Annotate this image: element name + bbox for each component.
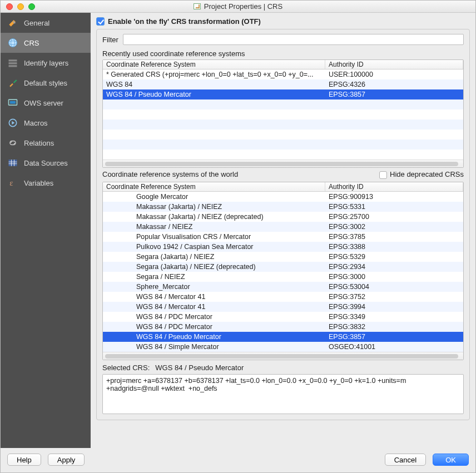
sidebar-item-identify-layers[interactable]: Identify layers [1, 53, 91, 73]
table-row-empty [103, 109, 463, 120]
sidebar-item-label: Data Sources [24, 159, 68, 167]
otf-label: Enable 'on the fly' CRS transformation (… [108, 17, 261, 26]
app-icon [194, 3, 201, 9]
table-row[interactable]: WGS 84 / Pseudo MercatorEPSG:3857 [103, 89, 463, 99]
svg-rect-5 [9, 65, 17, 67]
table-row[interactable]: Makassar / NEIEZEPSG:3002 [103, 222, 463, 232]
sidebar-item-data-sources[interactable]: Data Sources [1, 153, 91, 173]
table-row[interactable]: Segara (Jakarta) / NEIEZ (deprecated)EPS… [103, 262, 463, 272]
table-row[interactable]: Popular Visualisation CRS / MercatorEPSG… [103, 232, 463, 242]
sidebar-item-label: OWS server [24, 99, 63, 107]
svg-rect-7 [10, 101, 16, 104]
h-scrollbar[interactable] [103, 352, 463, 360]
dialog-footer: Help Apply Cancel OK [1, 448, 475, 472]
globe-icon [7, 37, 18, 48]
close-window-icon[interactable] [6, 3, 13, 10]
table-icon [7, 157, 18, 168]
sidebar-item-macros[interactable]: Macros [1, 113, 91, 133]
sidebar-item-general[interactable]: General [1, 13, 91, 33]
svg-rect-3 [9, 59, 17, 61]
hide-deprecated-checkbox[interactable] [379, 171, 387, 179]
table-row[interactable]: Makassar (Jakarta) / NEIEZ (deprecated)E… [103, 212, 463, 222]
table-row[interactable]: Makassar (Jakarta) / NEIEZEPSG:5331 [103, 202, 463, 212]
svg-rect-9 [9, 160, 17, 166]
sidebar-item-label: Macros [24, 119, 48, 127]
table-row[interactable]: Segara / NEIEZEPSG:3000 [103, 272, 463, 282]
hide-deprecated-label[interactable]: Hide deprecated CRSs [379, 170, 464, 179]
zoom-window-icon[interactable] [28, 3, 35, 10]
project-properties-window: Project Properties | CRS General CRS [0, 0, 476, 473]
sidebar-item-crs[interactable]: CRS [1, 33, 91, 53]
table-row-empty [103, 130, 463, 140]
proj-string-box: +proj=merc +a=6378137 +b=6378137 +lat_ts… [102, 374, 464, 414]
sidebar-item-ows-server[interactable]: OWS server [1, 93, 91, 113]
table-row[interactable]: Sphere_MercatorEPSG:53004 [103, 282, 463, 292]
epsilon-icon: ε [7, 177, 18, 188]
table-row-empty [103, 140, 463, 150]
table-row[interactable]: Pulkovo 1942 / Caspian Sea MercatorEPSG:… [103, 242, 463, 252]
table-row[interactable]: WGS 84 / PDC MercatorEPSG:3349 [103, 312, 463, 322]
table-row[interactable]: WGS 84 / Simple MercatorOSGEO:41001 [103, 342, 463, 352]
world-header: Coordinate reference systems of the worl… [102, 170, 238, 178]
table-row-empty [103, 150, 463, 160]
sidebar-item-default-styles[interactable]: Default styles [1, 73, 91, 93]
recent-crs-table: Coordinate Reference System Authority ID… [102, 59, 464, 168]
filter-label: Filter [102, 36, 118, 44]
selected-crs-value: WGS 84 / Pseudo Mercator [155, 364, 244, 372]
crs-panel: Enable 'on the fly' CRS transformation (… [91, 13, 475, 448]
sidebar-item-variables[interactable]: ε Variables [1, 173, 91, 193]
world-crs-rows[interactable]: Google MercatorEPSG:900913Makassar (Jaka… [103, 192, 463, 352]
world-crs-table: Coordinate Reference System Authority ID… [102, 182, 464, 360]
sidebar-item-label: General [24, 19, 49, 27]
selected-crs-label: Selected CRS: [102, 364, 150, 372]
wrench-icon [7, 17, 18, 28]
col-auth[interactable]: Authority ID [325, 60, 463, 69]
ok-button[interactable]: OK [433, 454, 469, 466]
gear-play-icon [7, 117, 18, 128]
sidebar: General CRS Identify layers Default styl… [1, 13, 91, 448]
link-icon [7, 137, 18, 148]
minimize-window-icon[interactable] [17, 3, 24, 10]
table-row[interactable]: WGS 84 / Mercator 41EPSG:3994 [103, 302, 463, 312]
table-row[interactable]: WGS 84EPSG:4326 [103, 79, 463, 89]
svg-point-0 [9, 39, 17, 47]
table-row[interactable]: * Generated CRS (+proj=merc +lon_0=0 +la… [103, 69, 463, 79]
sidebar-item-label: Identify layers [24, 59, 68, 67]
sidebar-item-label: Relations [24, 139, 54, 147]
help-button[interactable]: Help [7, 454, 41, 466]
apply-button[interactable]: Apply [48, 454, 85, 466]
table-row[interactable]: WGS 84 / Mercator 41EPSG:3752 [103, 292, 463, 302]
sidebar-item-label: Default styles [24, 79, 67, 87]
h-scrollbar[interactable] [103, 160, 463, 167]
col-name[interactable]: Coordinate Reference System [103, 182, 325, 191]
layers-icon [7, 57, 18, 68]
col-auth[interactable]: Authority ID [325, 182, 463, 191]
cancel-button[interactable]: Cancel [385, 454, 426, 466]
sidebar-item-relations[interactable]: Relations [1, 133, 91, 153]
table-row[interactable]: WGS 84 / PDC MercatorEPSG:3832 [103, 322, 463, 332]
table-row[interactable]: Google MercatorEPSG:900913 [103, 192, 463, 202]
recent-header: Recently used coordinate reference syste… [102, 49, 464, 58]
brush-icon [7, 77, 18, 88]
otf-checkbox[interactable] [96, 17, 105, 26]
filter-input[interactable] [123, 34, 464, 45]
svg-text:ε: ε [9, 178, 13, 187]
svg-rect-4 [9, 62, 17, 64]
table-row[interactable]: Segara (Jakarta) / NEIEZEPSG:5329 [103, 252, 463, 262]
sidebar-item-label: Variables [24, 179, 53, 187]
titlebar: Project Properties | CRS [1, 1, 475, 13]
sidebar-item-label: CRS [24, 39, 39, 47]
recent-crs-rows[interactable]: * Generated CRS (+proj=merc +lon_0=0 +la… [103, 69, 463, 160]
table-row-empty [103, 99, 463, 109]
table-row[interactable]: WGS 84 / Pseudo MercatorEPSG:3857 [103, 332, 463, 342]
col-name[interactable]: Coordinate Reference System [103, 60, 325, 69]
monitor-icon [7, 97, 18, 108]
table-row-empty [103, 120, 463, 130]
window-title: Project Properties | CRS [204, 2, 282, 11]
